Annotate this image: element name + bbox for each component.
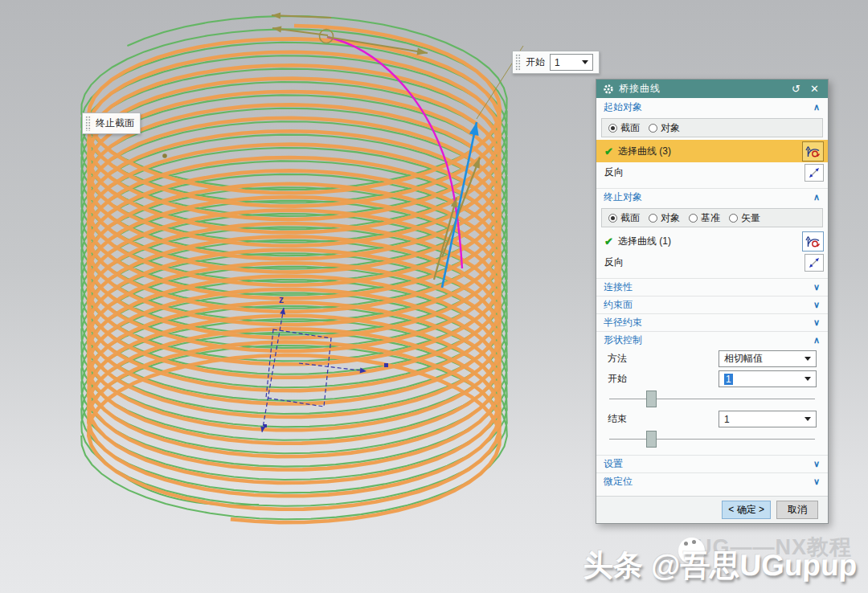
chevron-down-icon (805, 377, 811, 381)
start-handle-value: 1 (555, 57, 560, 68)
reverse-direction-icon (807, 166, 821, 180)
radio-section[interactable]: 截面 (608, 121, 640, 135)
slider-track[interactable] (609, 399, 815, 400)
radio-section[interactable]: 截面 (608, 211, 640, 225)
start-label: 开始 (608, 372, 627, 386)
section-header-connectivity[interactable]: 连接性 ∨ (596, 278, 828, 296)
end-label: 结束 (608, 412, 627, 426)
method-row: 方法 相切幅值 (596, 349, 828, 369)
chevron-down-icon (805, 357, 811, 361)
chevron-down-icon (582, 60, 588, 64)
slider-thumb[interactable] (646, 391, 657, 407)
slider-track[interactable] (609, 439, 815, 440)
chevron-up-icon[interactable]: ∧ (813, 335, 820, 346)
section-header-settings[interactable]: 设置 ∨ (596, 455, 828, 472)
reverse-row-end: 反向 (596, 252, 828, 272)
radio-dot-icon (649, 124, 657, 133)
radio-object[interactable]: 对象 (649, 211, 680, 225)
chevron-down-icon[interactable]: ∨ (813, 317, 820, 328)
section-header-constraint-face[interactable]: 约束面 ∨ (596, 296, 828, 313)
radio-dot-icon (608, 124, 617, 133)
bridge-curve-dialog: 桥接曲线 ↺ ✕ 起始对象 ∧ 截面 对象 ✔ 选择曲线 (3) (596, 79, 829, 524)
reverse-direction-icon (807, 256, 821, 270)
radio-datum[interactable]: 基准 (689, 211, 720, 225)
watermark-front-text: 头条 @吾思UGupup (583, 546, 858, 586)
start-handle-label: 开始 (526, 55, 545, 69)
chevron-down-icon (805, 417, 811, 421)
check-icon: ✔ (604, 235, 613, 247)
end-section-label: 终止截面 (96, 117, 134, 130)
start-slider[interactable] (609, 389, 815, 409)
dialog-footer: < 确定 > 取消 (596, 496, 828, 523)
select-curve-row-start[interactable]: ✔ 选择曲线 (3) (596, 140, 828, 162)
end-combo[interactable]: 1 (719, 411, 817, 427)
section-header-micro-positioning[interactable]: 微定位 ∨ (596, 472, 828, 490)
dialog-title: 桥接曲线 (619, 82, 784, 96)
cancel-button[interactable]: 取消 (776, 501, 818, 519)
reverse-row-start: 反向 (596, 162, 828, 182)
chevron-up-icon[interactable]: ∧ (813, 102, 820, 112)
end-row: 结束 1 (596, 409, 828, 429)
slider-thumb[interactable] (646, 431, 657, 448)
start-handle-tag[interactable]: 开始 1 (512, 51, 600, 74)
chevron-up-icon[interactable]: ∧ (813, 192, 820, 202)
curve-select-icon (805, 144, 821, 159)
chevron-down-icon[interactable]: ∨ (813, 459, 820, 469)
end-slider[interactable] (609, 429, 815, 449)
end-section-tag[interactable]: 终止截面 (82, 112, 141, 134)
start-object-type-group: 截面 对象 (601, 118, 823, 137)
ok-button[interactable]: < 确定 > (722, 501, 771, 519)
method-combo[interactable]: 相切幅值 (719, 350, 817, 367)
reset-button[interactable]: ↺ (789, 83, 803, 95)
gear-icon[interactable] (603, 84, 614, 95)
dialog-titlebar[interactable]: 桥接曲线 ↺ ✕ (596, 80, 828, 98)
method-value: 相切幅值 (724, 352, 763, 366)
select-curve-label: 选择曲线 (1) (618, 235, 671, 248)
drag-grip-icon[interactable] (515, 54, 521, 71)
start-row: 开始 1 (596, 369, 828, 389)
method-label: 方法 (608, 352, 627, 366)
chevron-down-icon[interactable]: ∨ (813, 282, 820, 292)
end-object-type-group: 截面 对象 基准 矢量 (601, 208, 823, 227)
section-header-radius-constraint[interactable]: 半径约束 ∨ (596, 313, 828, 331)
radio-dot-icon (729, 214, 738, 223)
check-icon: ✔ (604, 145, 613, 157)
select-curve-row-end[interactable]: ✔ 选择曲线 (1) (596, 230, 828, 252)
reverse-direction-button[interactable] (805, 164, 824, 182)
radio-dot-icon (689, 214, 698, 223)
select-curve-label: 选择曲线 (3) (618, 145, 671, 158)
reverse-label: 反向 (604, 166, 624, 179)
drag-grip-icon[interactable] (85, 116, 91, 131)
close-button[interactable]: ✕ (808, 83, 821, 95)
section-header-end-object[interactable]: 终止对象 ∧ (596, 188, 828, 206)
radio-dot-icon (608, 214, 617, 223)
section-header-start-object[interactable]: 起始对象 ∧ (596, 98, 828, 116)
start-combo[interactable]: 1 (719, 370, 817, 387)
svg-text:z: z (279, 294, 284, 305)
curve-select-icon-button[interactable] (802, 231, 824, 252)
section-header-shape-control[interactable]: 形状控制 ∧ (596, 331, 828, 349)
curve-select-icon (805, 234, 821, 249)
reverse-direction-button[interactable] (805, 254, 824, 272)
end-value: 1 (724, 414, 730, 425)
radio-object[interactable]: 对象 (649, 121, 680, 135)
reverse-label: 反向 (604, 256, 624, 269)
start-handle-combo[interactable]: 1 (550, 54, 593, 71)
curve-select-icon-button[interactable] (802, 141, 824, 162)
start-value: 1 (724, 374, 733, 385)
radio-vector[interactable]: 矢量 (729, 211, 760, 225)
chevron-down-icon[interactable]: ∨ (813, 476, 820, 487)
radio-dot-icon (649, 214, 657, 223)
chevron-down-icon[interactable]: ∨ (813, 300, 820, 310)
